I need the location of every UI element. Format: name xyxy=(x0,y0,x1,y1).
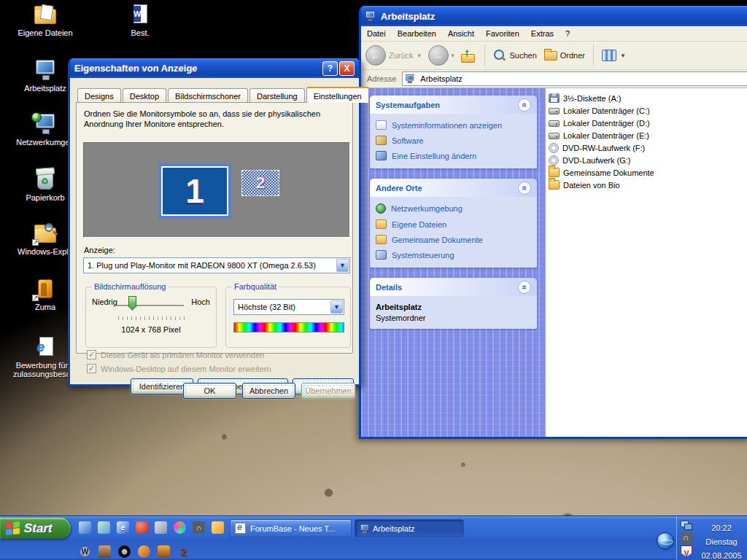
menu-datei[interactable]: Datei xyxy=(361,29,392,38)
resolution-high-label: Hoch xyxy=(191,298,210,306)
place-netzwerkumgebung[interactable]: Netzwerkumgebung xyxy=(376,203,531,214)
up-button[interactable]: ↑ xyxy=(460,48,476,63)
game-icon-2[interactable] xyxy=(158,545,170,558)
quicklaunch-icon-1[interactable] xyxy=(79,521,91,534)
task-systeminfo[interactable]: Systeminformationen anzeigen xyxy=(376,120,531,130)
settings-tab-panel: Ordnen Sie die Monitorsymbole so an, das… xyxy=(76,102,353,354)
quicklaunch-icon-8[interactable] xyxy=(212,521,224,534)
file-list: 3½-Diskette (A:) Lokaler Datenträger (C:… xyxy=(546,88,747,437)
tray-clock[interactable]: 20:22 Dienstag 02.08.2005 xyxy=(696,516,747,560)
close-button[interactable]: X xyxy=(339,61,355,76)
collapse-chevron-icon[interactable]: « xyxy=(518,98,531,112)
chevron-down-icon[interactable]: ▼ xyxy=(336,259,349,272)
cancel-button[interactable]: Abbrechen xyxy=(242,383,295,399)
menu-ansicht[interactable]: Ansicht xyxy=(442,29,480,38)
apply-button[interactable]: Übernehmen xyxy=(301,383,355,399)
display-properties-dialog: Eigenschaften von Anzeige ? X Designs De… xyxy=(68,58,361,386)
details-header[interactable]: Details « xyxy=(370,278,537,296)
steam-icon[interactable]: ⊚ xyxy=(118,545,131,558)
file-row-drive-d[interactable]: Lokaler Datenträger (D:) xyxy=(549,117,747,129)
explorer-titlebar[interactable]: Arbeitsplatz xyxy=(361,6,747,26)
network-tray-icon[interactable] xyxy=(681,519,692,531)
tray-icon-column xyxy=(677,516,696,560)
system-tasks-header[interactable]: Systemaufgaben « xyxy=(370,96,537,114)
globe-tray-icon[interactable] xyxy=(657,532,674,550)
taskbar-button-arbeitsplatz[interactable]: Arbeitsplatz xyxy=(355,519,464,537)
menubar: Datei Bearbeiten Ansicht Favoriten Extra… xyxy=(361,26,747,42)
back-button[interactable]: ← xyxy=(365,45,386,66)
taskbar-button-forumbase[interactable]: ForumBase - Neues T... xyxy=(230,519,352,537)
collapse-chevron-icon[interactable]: « xyxy=(518,182,531,195)
system-tray: 20:22 Dienstag 02.08.2005 xyxy=(676,516,747,560)
avatar-icon[interactable] xyxy=(98,545,111,558)
place-systemsteuerung[interactable]: Systemsteuerung xyxy=(376,250,531,260)
monitor-2[interactable]: 2 xyxy=(241,170,279,196)
folders-button[interactable]: Ordner xyxy=(544,51,585,61)
search-button[interactable]: Suchen xyxy=(493,49,536,62)
quicklaunch-icon-6[interactable] xyxy=(174,521,186,534)
chevron-down-icon[interactable]: ▼ xyxy=(330,300,343,314)
clock-day: Dienstag xyxy=(696,535,747,549)
menu-hilfe[interactable]: ? xyxy=(560,29,576,38)
monitor-arrangement-preview: 1 2 xyxy=(83,142,350,238)
search-icon xyxy=(493,49,506,62)
quicklaunch-icon-4[interactable] xyxy=(136,521,148,534)
help-button[interactable]: ? xyxy=(322,61,338,76)
game-icon-1[interactable] xyxy=(138,545,150,558)
file-row-dvd-g[interactable]: DVD-Laufwerk (G:) xyxy=(549,154,747,166)
file-row-drive-c[interactable]: Lokaler Datenträger (C:) xyxy=(549,104,747,117)
display-select-value: 1. Plug und Play-Monitor mit RADEON 9800… xyxy=(88,261,316,270)
file-row-floppy-a[interactable]: 3½-Diskette (A:) xyxy=(549,92,747,104)
file-row-dateien-von-bio[interactable]: Dateien von Bio xyxy=(549,179,747,191)
color-quality-select[interactable]: Höchste (32 Bit) ▼ xyxy=(233,299,344,315)
desktop-icon-label: Best. xyxy=(108,28,172,37)
desktop-icon-eigene-dateien[interactable]: Eigene Dateien xyxy=(13,3,77,37)
internet-explorer-icon[interactable]: e xyxy=(117,521,129,534)
back-dropdown-icon[interactable]: ▼ xyxy=(417,52,422,59)
antivirus-shield-tray-icon[interactable] xyxy=(681,545,692,557)
resolution-group-title: Bildschirmauflösung xyxy=(92,282,168,291)
views-button[interactable]: ▼ xyxy=(602,50,627,61)
desktop-icon-label-line1: Bewerbung für e xyxy=(16,361,75,370)
address-value: Arbeitsplatz xyxy=(420,74,462,83)
winamp-icon[interactable]: W xyxy=(79,545,91,558)
file-row-drive-e[interactable]: Lokaler Datenträger (E:) xyxy=(549,129,747,141)
display-select[interactable]: 1. Plug und Play-Monitor mit RADEON 9800… xyxy=(83,257,350,273)
my-computer-icon xyxy=(406,74,417,84)
taskbar: Start e ∩ W ⊚ 2 ForumBase - Neues T... xyxy=(0,516,747,560)
place-eigene-dateien[interactable]: Eigene Dateien xyxy=(376,219,531,229)
address-input[interactable]: Arbeitsplatz xyxy=(402,71,747,86)
desktop-icon-best[interactable]: W Best. xyxy=(108,3,172,37)
monitor-1[interactable]: 1 xyxy=(158,163,231,219)
other-places-header[interactable]: Andere Orte « xyxy=(370,179,537,197)
tab-einstellungen[interactable]: Einstellungen xyxy=(306,87,369,103)
forward-button[interactable]: → xyxy=(428,45,449,66)
file-row-gemeinsame-dokumente[interactable]: Gemeinsame Dokumente xyxy=(549,166,747,179)
resolution-groupbox: Bildschirmauflösung Niedrig Hoch 1024 x … xyxy=(85,287,217,348)
quicklaunch-icon-5[interactable] xyxy=(155,521,167,534)
number-2-icon[interactable]: 2 xyxy=(177,545,190,558)
volume-headphones-tray-icon[interactable] xyxy=(681,532,692,544)
checkbox-checked-disabled[interactable]: ✓ xyxy=(87,364,96,373)
screen: Eigene Dateien W Best. Arbeitsplatz Netz… xyxy=(0,0,747,560)
internet-explorer-document-icon xyxy=(235,523,246,534)
file-row-dvd-rw-f[interactable]: DVD-RW-Laufwerk (F:) xyxy=(549,141,747,154)
folder-icon xyxy=(549,168,560,177)
dialog-titlebar[interactable]: Eigenschaften von Anzeige ? X xyxy=(70,58,359,78)
menu-bearbeiten[interactable]: Bearbeiten xyxy=(392,29,442,38)
checkbox-checked-disabled[interactable]: ✓ xyxy=(87,350,96,359)
forward-dropdown-icon[interactable]: ▼ xyxy=(450,52,456,59)
task-software[interactable]: Software xyxy=(376,136,531,145)
quicklaunch-row-2: W ⊚ 2 xyxy=(79,545,190,558)
place-gemeinsame-dokumente[interactable]: Gemeinsame Dokumente xyxy=(376,235,531,244)
quicklaunch-icon-2[interactable] xyxy=(98,521,110,534)
shared-folder-icon xyxy=(376,235,387,244)
audio-headphones-icon[interactable]: ∩ xyxy=(193,521,205,534)
menu-extras[interactable]: Extras xyxy=(525,29,560,38)
start-button[interactable]: Start xyxy=(0,518,71,539)
ok-button[interactable]: OK xyxy=(183,383,236,399)
collapse-chevron-icon[interactable]: « xyxy=(518,281,531,294)
resolution-slider-thumb[interactable] xyxy=(128,296,136,311)
task-change-setting[interactable]: Eine Einstellung ändern xyxy=(376,151,531,160)
menu-favoriten[interactable]: Favoriten xyxy=(480,29,525,38)
